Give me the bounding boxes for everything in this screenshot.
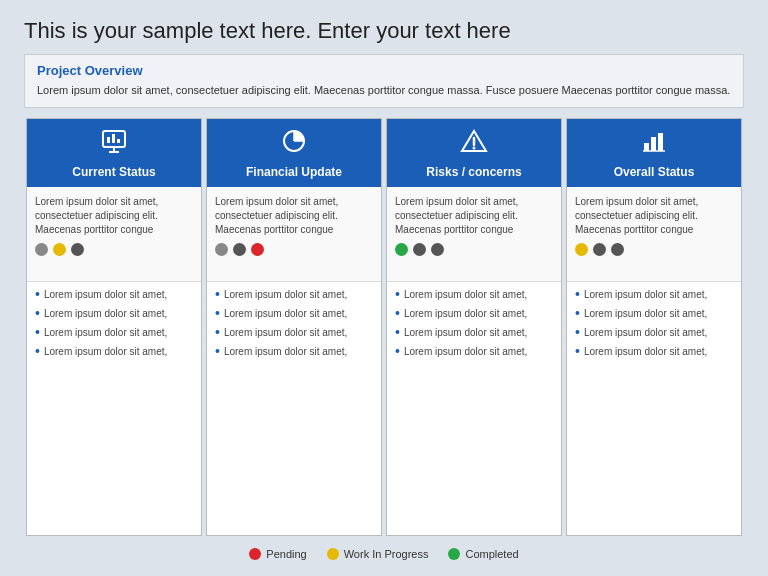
dots-row-overall-status [575, 243, 733, 256]
column-header-financial-update: Financial Update [207, 119, 381, 187]
bullet-dot-icon: • [575, 344, 580, 358]
project-overview-title: Project Overview [37, 63, 731, 78]
legend-item-green: Completed [448, 548, 518, 560]
bullet-text: Lorem ipsum dolor sit amet, [404, 345, 527, 359]
legend-label-red: Pending [266, 548, 306, 560]
legend-label-yellow: Work In Progress [344, 548, 429, 560]
dots-row-risks-concerns [395, 243, 553, 256]
bullet-item-current-status-1: •Lorem ipsum dolor sit amet, [35, 307, 193, 321]
bullet-text: Lorem ipsum dolor sit amet, [224, 307, 347, 321]
bullet-dot-icon: • [215, 306, 220, 320]
status-section-financial-update: Lorem ipsum dolor sit amet, consectetuer… [207, 187, 381, 282]
page-wrapper: This is your sample text here. Enter you… [0, 0, 768, 576]
bullet-dot-icon: • [575, 306, 580, 320]
bullet-dot-icon: • [575, 325, 580, 339]
bullet-item-risks-concerns-2: •Lorem ipsum dolor sit amet, [395, 326, 553, 340]
column-overall-status: Overall StatusLorem ipsum dolor sit amet… [566, 118, 742, 537]
bullet-text: Lorem ipsum dolor sit amet, [44, 307, 167, 321]
column-label-risks-concerns: Risks / concerns [426, 165, 521, 179]
bullet-item-risks-concerns-0: •Lorem ipsum dolor sit amet, [395, 288, 553, 302]
status-dot-financial-update-1 [233, 243, 246, 256]
legend-item-red: Pending [249, 548, 306, 560]
bullet-text: Lorem ipsum dolor sit amet, [584, 326, 707, 340]
status-dot-risks-concerns-1 [413, 243, 426, 256]
bullet-section-current-status: •Lorem ipsum dolor sit amet,•Lorem ipsum… [27, 282, 201, 536]
column-risks-concerns: Risks / concernsLorem ipsum dolor sit am… [386, 118, 562, 537]
legend-label-green: Completed [465, 548, 518, 560]
bullet-text: Lorem ipsum dolor sit amet, [584, 307, 707, 321]
status-section-current-status: Lorem ipsum dolor sit amet, consectetuer… [27, 187, 201, 282]
svg-rect-5 [117, 139, 120, 143]
svg-rect-14 [658, 133, 663, 151]
bullet-dot-icon: • [575, 287, 580, 301]
column-financial-update: Financial UpdateLorem ipsum dolor sit am… [206, 118, 382, 537]
status-section-risks-concerns: Lorem ipsum dolor sit amet, consectetuer… [387, 187, 561, 282]
status-dot-financial-update-0 [215, 243, 228, 256]
bullet-item-overall-status-3: •Lorem ipsum dolor sit amet, [575, 345, 733, 359]
bullet-dot-icon: • [215, 287, 220, 301]
bar-chart-icon [640, 127, 668, 161]
column-label-overall-status: Overall Status [614, 165, 695, 179]
bullet-section-overall-status: •Lorem ipsum dolor sit amet,•Lorem ipsum… [567, 282, 741, 536]
bullet-section-risks-concerns: •Lorem ipsum dolor sit amet,•Lorem ipsum… [387, 282, 561, 536]
legend-dot-yellow [327, 548, 339, 560]
bullet-dot-icon: • [395, 325, 400, 339]
bullet-text: Lorem ipsum dolor sit amet, [44, 326, 167, 340]
bullet-text: Lorem ipsum dolor sit amet, [44, 288, 167, 302]
bullet-item-current-status-2: •Lorem ipsum dolor sit amet, [35, 326, 193, 340]
status-dot-current-status-2 [71, 243, 84, 256]
bullet-text: Lorem ipsum dolor sit amet, [224, 326, 347, 340]
status-dot-overall-status-0 [575, 243, 588, 256]
bullet-dot-icon: • [215, 344, 220, 358]
bullet-item-financial-update-1: •Lorem ipsum dolor sit amet, [215, 307, 373, 321]
bullet-item-current-status-0: •Lorem ipsum dolor sit amet, [35, 288, 193, 302]
status-text-risks-concerns: Lorem ipsum dolor sit amet, consectetuer… [395, 195, 553, 237]
bullet-text: Lorem ipsum dolor sit amet, [404, 288, 527, 302]
bullet-text: Lorem ipsum dolor sit amet, [584, 345, 707, 359]
bullet-item-risks-concerns-1: •Lorem ipsum dolor sit amet, [395, 307, 553, 321]
column-header-overall-status: Overall Status [567, 119, 741, 187]
bullet-text: Lorem ipsum dolor sit amet, [404, 326, 527, 340]
svg-rect-12 [644, 143, 649, 151]
columns-container: Current StatusLorem ipsum dolor sit amet… [24, 118, 744, 537]
bullet-item-financial-update-0: •Lorem ipsum dolor sit amet, [215, 288, 373, 302]
bullet-text: Lorem ipsum dolor sit amet, [224, 288, 347, 302]
svg-rect-13 [651, 137, 656, 151]
main-title: This is your sample text here. Enter you… [24, 18, 744, 44]
project-overview-box: Project Overview Lorem ipsum dolor sit a… [24, 54, 744, 108]
warning-icon [460, 127, 488, 161]
status-text-current-status: Lorem ipsum dolor sit amet, consectetuer… [35, 195, 193, 237]
dots-row-financial-update [215, 243, 373, 256]
status-text-overall-status: Lorem ipsum dolor sit amet, consectetuer… [575, 195, 733, 237]
status-text-financial-update: Lorem ipsum dolor sit amet, consectetuer… [215, 195, 373, 237]
project-overview-text: Lorem ipsum dolor sit amet, consectetuer… [37, 82, 731, 99]
bullet-dot-icon: • [35, 306, 40, 320]
pie-chart-icon [280, 127, 308, 161]
dots-row-current-status [35, 243, 193, 256]
legend-row: PendingWork In ProgressCompleted [24, 544, 744, 562]
bullet-text: Lorem ipsum dolor sit amet, [404, 307, 527, 321]
column-header-risks-concerns: Risks / concerns [387, 119, 561, 187]
bullet-item-financial-update-3: •Lorem ipsum dolor sit amet, [215, 345, 373, 359]
bullet-dot-icon: • [395, 287, 400, 301]
status-dot-current-status-0 [35, 243, 48, 256]
bullet-item-overall-status-0: •Lorem ipsum dolor sit amet, [575, 288, 733, 302]
svg-rect-4 [112, 134, 115, 143]
column-label-financial-update: Financial Update [246, 165, 342, 179]
bullet-dot-icon: • [395, 344, 400, 358]
legend-dot-green [448, 548, 460, 560]
bullet-dot-icon: • [215, 325, 220, 339]
bullet-dot-icon: • [35, 344, 40, 358]
chart-icon [100, 127, 128, 161]
bullet-dot-icon: • [35, 287, 40, 301]
status-dot-overall-status-2 [611, 243, 624, 256]
bullet-dot-icon: • [35, 325, 40, 339]
legend-dot-red [249, 548, 261, 560]
status-dot-risks-concerns-2 [431, 243, 444, 256]
column-header-current-status: Current Status [27, 119, 201, 187]
status-section-overall-status: Lorem ipsum dolor sit amet, consectetuer… [567, 187, 741, 282]
bullet-text: Lorem ipsum dolor sit amet, [224, 345, 347, 359]
svg-rect-3 [107, 137, 110, 143]
bullet-text: Lorem ipsum dolor sit amet, [584, 288, 707, 302]
status-dot-overall-status-1 [593, 243, 606, 256]
